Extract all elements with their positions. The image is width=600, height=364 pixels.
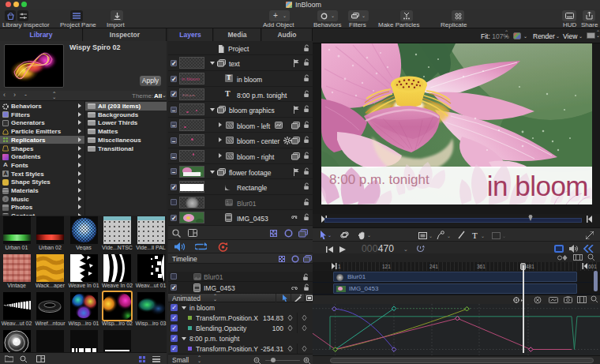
svg-text:8:00 p.m. tonight: 8:00 p.m. tonight <box>329 172 429 187</box>
svg-text:in bloom: in bloom <box>487 171 588 201</box>
